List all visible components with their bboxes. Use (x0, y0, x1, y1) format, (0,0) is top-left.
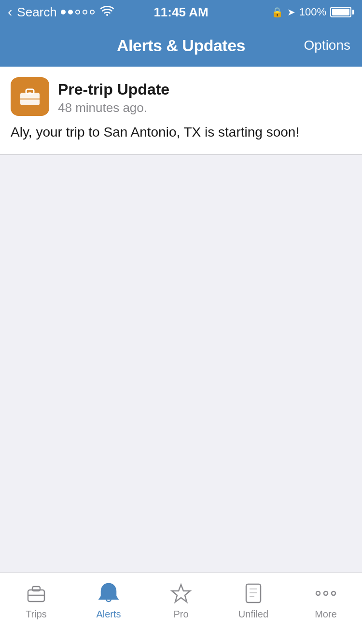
location-icon: ➤ (287, 6, 295, 18)
unfiled-icon (241, 581, 266, 606)
more-icon (313, 581, 338, 606)
alert-body: Aly, your trip to San Antonio, TX is sta… (11, 123, 351, 141)
battery-icon (330, 7, 354, 17)
back-icon[interactable]: ‹ (8, 4, 12, 20)
svg-point-0 (106, 14, 108, 16)
svg-point-14 (324, 591, 328, 595)
signal-dot-4 (83, 10, 87, 14)
tab-unfiled[interactable]: Unfiled (217, 581, 290, 620)
tab-pro[interactable]: Pro (145, 581, 217, 620)
signal-dot-3 (75, 10, 80, 14)
status-left: ‹ Search (8, 4, 114, 20)
separator (0, 154, 362, 155)
tab-bar: Trips Alerts Pro Unfiled (0, 573, 362, 644)
status-time: 11:45 AM (153, 5, 208, 20)
signal-dots (61, 10, 95, 14)
nav-bar: Alerts & Updates Options (0, 24, 362, 67)
options-button[interactable]: Options (304, 38, 351, 53)
tab-unfiled-label: Unfiled (238, 609, 268, 620)
content-area: Pre-trip Update 48 minutes ago. Aly, you… (0, 67, 362, 573)
svg-rect-3 (20, 98, 40, 100)
svg-rect-4 (28, 92, 31, 94)
back-label[interactable]: Search (17, 5, 56, 20)
trips-icon (24, 581, 49, 606)
lock-icon: 🔒 (271, 6, 283, 18)
tab-alerts-label: Alerts (96, 609, 121, 620)
tab-more-label: More (315, 609, 337, 620)
alert-time: 48 minutes ago. (58, 100, 169, 115)
alert-header: Pre-trip Update 48 minutes ago. (11, 77, 351, 116)
svg-marker-8 (172, 585, 190, 602)
tab-trips[interactable]: Trips (0, 581, 72, 620)
alerts-icon (96, 581, 121, 606)
tab-pro-label: Pro (173, 609, 188, 620)
alert-title: Pre-trip Update (58, 80, 169, 98)
alert-meta: Pre-trip Update 48 minutes ago. (58, 77, 169, 115)
svg-point-15 (332, 591, 335, 595)
battery-percent: 100% (299, 6, 326, 18)
tab-alerts[interactable]: Alerts (72, 581, 145, 620)
page-title: Alerts & Updates (117, 36, 245, 55)
status-bar: ‹ Search 11:45 AM 🔒 ➤ 100% (0, 0, 362, 24)
signal-dot-1 (61, 10, 66, 14)
alert-app-icon (11, 77, 49, 116)
tab-more[interactable]: More (290, 581, 362, 620)
alert-card[interactable]: Pre-trip Update 48 minutes ago. Aly, you… (0, 67, 362, 154)
signal-dot-2 (68, 10, 73, 14)
wifi-icon (100, 5, 114, 19)
status-right: 🔒 ➤ 100% (271, 6, 354, 18)
pro-icon (168, 581, 194, 606)
signal-dot-5 (90, 10, 95, 14)
svg-point-13 (316, 591, 320, 595)
tab-trips-label: Trips (26, 609, 47, 620)
